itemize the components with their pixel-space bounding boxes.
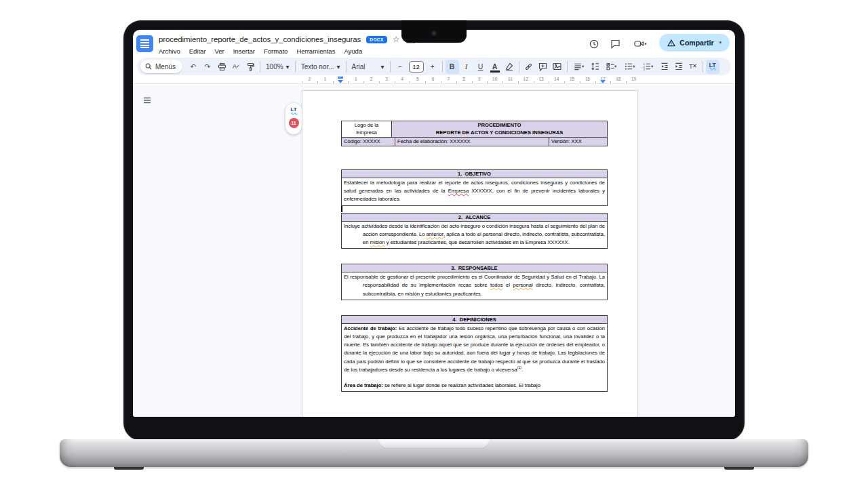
ruler-number: 7 [448,77,450,81]
languagetool-widget[interactable]: LT∿∿ 11 [285,103,302,134]
line-spacing-button[interactable] [589,60,602,74]
decrease-font-size-button[interactable]: − [393,60,407,74]
toolbar: Menús ↶ ↷ A✓ 100%▾ [137,58,731,75]
google-docs-window: procedimiento_reporte_de_actos_y_condici… [133,30,735,417]
ruler-number: 12 [524,77,528,81]
ruler: 1212345678910111213141516171819 [133,76,735,84]
ruler-tick [626,81,627,83]
laptop-screen-bezel: procedimiento_reporte_de_actos_y_condici… [123,20,745,441]
section-objetivo: 1. OBJETIVO Establecer la metodología pa… [341,169,608,206]
underline-button[interactable]: U [474,60,488,74]
menu-formato[interactable]: Formato [264,47,288,55]
show-outline-button[interactable] [140,94,154,107]
section-title: 2. ALCANCE [342,214,607,222]
document-title[interactable]: procedimiento_reporte_de_actos_y_condici… [159,35,361,43]
document-page[interactable]: Logo de la Empresa PROCEDIMIENTO REPORTE… [302,90,638,417]
lt-issue-count-badge[interactable]: 11 [289,118,299,128]
spellcheck-button[interactable]: A✓ [229,60,243,74]
first-line-indent-marker[interactable] [338,77,343,79]
clear-formatting-button[interactable]: T [686,60,700,74]
ruler-number: 5 [416,77,419,81]
menu-ver[interactable]: Ver [215,47,224,55]
checklist-button[interactable]: ▾ [603,60,620,74]
bold-button[interactable]: B [446,60,459,74]
print-button[interactable] [215,60,229,74]
svg-text:3: 3 [643,68,645,70]
ruler-number: 6 [432,77,435,81]
paint-format-button[interactable] [243,60,257,74]
share-caret-icon[interactable]: ▾ [719,40,722,45]
ruler-number: 8 [462,77,465,81]
section-body: Accidente de trabajo: Es accidente de tr… [342,324,607,391]
ruler-tick [472,81,473,83]
ruler-number: 18 [616,77,620,81]
google-docs-icon[interactable] [136,35,153,52]
redo-button[interactable]: ↷ [201,60,214,74]
macbook-notch [401,20,467,43]
ruler-number: 19 [631,77,636,81]
ruler-tick [564,81,565,83]
numbered-list-button[interactable]: 1 2 3 ▾ [639,60,657,74]
bulleted-list-button[interactable]: ▾ [621,60,639,74]
insert-link-button[interactable] [522,60,536,74]
increase-font-size-button[interactable]: + [426,60,439,74]
menu-editar[interactable]: Editar [189,47,206,55]
ruler-tick [363,81,364,83]
share-button[interactable]: Compartir ▾ [659,34,730,52]
font-select[interactable]: Arial▾ [349,60,387,74]
menus-search-button[interactable]: Menús [140,60,182,73]
comments-icon[interactable] [610,38,621,49]
languagetool-extension-button[interactable]: LT∿∿ [706,60,719,74]
version-cell: Versión: XXX [549,138,607,146]
left-indent-marker[interactable] [338,80,343,83]
ruler-tick [302,81,302,83]
section-title: 4. DEFINICIONES [342,316,607,324]
ruler-tick [410,81,410,83]
add-comment-button[interactable] [536,60,550,74]
svg-text:T: T [689,63,693,70]
ruler-number: 2 [309,77,311,81]
ruler-number: 9 [478,77,481,81]
star-icon[interactable]: ☆ [393,35,400,43]
procedure-title-cell: PROCEDIMIENTO REPORTE DE ACTOS Y CONDICI… [391,121,607,137]
ruler-number: 1 [323,77,326,81]
font-size-input[interactable]: 12 [409,61,424,73]
ruler-tick [595,81,596,83]
webcam-icon [431,30,437,37]
menu-archivo[interactable]: Archivo [159,47,180,55]
section-alcance: 2. ALCANCE Incluye actividades desde la … [341,213,608,249]
laptop-base [60,439,808,467]
document-canvas: LT∿∿ 11 Logo de la Empresa PROCEDIMIENTO [133,85,735,417]
version-history-icon[interactable] [588,38,599,49]
date-cell: Fecha de elaboración: XXXXXX [395,138,549,146]
section-body: Incluye actividades desde la identificac… [342,222,607,249]
ruler-tick [425,81,426,83]
section-definiciones: 4. DEFINICIONES Accidente de trabajo: Es… [341,315,608,392]
insert-image-button[interactable] [551,60,564,74]
ruler-tick [502,81,503,83]
ruler-number: 2 [370,77,373,81]
ruler-number: 3 [385,77,388,81]
meet-camera-icon[interactable]: ▾ [631,38,649,49]
right-indent-marker[interactable] [600,80,606,83]
share-label: Compartir [679,39,713,47]
italic-button[interactable]: I [460,60,473,74]
ruler-number: 14 [554,77,559,81]
menu-insertar[interactable]: Insertar [233,47,255,55]
ruler-tick [487,81,488,83]
highlight-color-button[interactable] [502,60,516,74]
undo-button[interactable]: ↶ [186,60,200,74]
increase-indent-button[interactable] [672,60,686,74]
empty-paragraph [341,206,608,213]
lid-scoop [378,439,490,449]
ruler-number: 4 [401,77,403,81]
decrease-indent-button[interactable] [658,60,671,74]
section-title: 1. OBJETIVO [342,170,607,178]
meet-caret-icon[interactable]: ▾ [644,41,646,47]
styles-select[interactable]: Texto nor...▾ [298,60,343,74]
menu-ayuda[interactable]: Ayuda [344,47,362,55]
zoom-select[interactable]: 100%▾ [263,60,292,74]
align-button[interactable]: ▾ [570,60,588,74]
menu-herramientas[interactable]: Herramientas [296,47,335,55]
text-color-button[interactable]: A [488,60,502,74]
